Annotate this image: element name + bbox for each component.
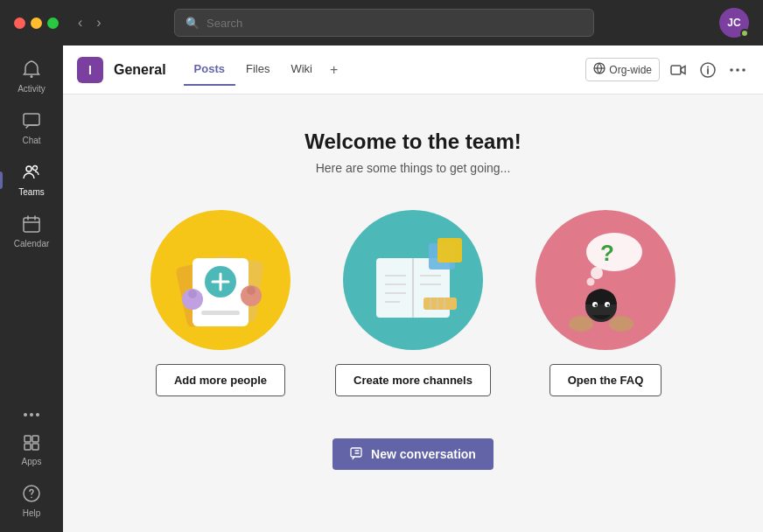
tab-posts[interactable]: Posts	[184, 55, 235, 86]
apps-icon	[23, 434, 40, 454]
svg-text:?: ?	[600, 240, 614, 266]
maximize-button[interactable]	[47, 18, 59, 29]
sidebar-label-apps: Apps	[22, 457, 42, 466]
sidebar-label-help: Help	[23, 508, 41, 518]
channel-header: I General Posts Files Wiki +	[63, 46, 763, 94]
svg-point-51	[609, 316, 634, 332]
teams-icon	[22, 163, 41, 185]
org-wide-icon	[593, 62, 606, 77]
svg-rect-37	[424, 298, 457, 310]
team-icon: I	[77, 57, 103, 83]
new-conversation-button[interactable]: New conversation	[332, 438, 494, 470]
back-button[interactable]: ‹	[73, 13, 88, 32]
more-options[interactable]	[0, 406, 63, 424]
create-channels-button[interactable]: Create more channels	[335, 364, 491, 396]
dot1	[24, 413, 27, 416]
activity-icon	[22, 60, 41, 81]
svg-rect-6	[32, 436, 38, 442]
help-icon	[22, 484, 41, 506]
dot2	[30, 413, 33, 416]
welcome-title: Welcome to the team!	[304, 130, 522, 154]
org-wide-label: Org-wide	[609, 64, 652, 76]
svg-point-48	[595, 304, 598, 307]
action-cards: Add more people	[133, 210, 693, 396]
open-faq-illustration: ?	[536, 210, 676, 350]
add-people-illustration	[150, 210, 290, 350]
add-tab-button[interactable]: +	[323, 55, 345, 85]
add-people-card: Add more people	[133, 210, 308, 396]
sidebar-label-activity: Activity	[18, 84, 46, 94]
svg-point-49	[607, 304, 610, 307]
svg-rect-7	[24, 444, 31, 450]
compose-icon	[350, 447, 364, 461]
svg-rect-52	[351, 448, 361, 457]
svg-rect-5	[24, 436, 31, 442]
svg-point-43	[587, 278, 595, 286]
traffic-lights	[14, 18, 59, 29]
new-conversation-label: New conversation	[371, 447, 476, 461]
svg-point-0	[31, 75, 33, 78]
content-area: I General Posts Files Wiki +	[63, 46, 763, 532]
svg-point-17	[742, 68, 746, 72]
video-call-button[interactable]	[667, 60, 690, 80]
titlebar: ‹ › 🔍 JC	[0, 0, 763, 46]
sidebar-item-chat[interactable]: Chat	[0, 104, 63, 152]
sidebar-item-help[interactable]: Help	[0, 477, 63, 525]
dot3	[36, 413, 39, 416]
channel-name: General	[114, 62, 166, 78]
svg-rect-22	[201, 311, 240, 315]
svg-point-50	[569, 316, 593, 332]
main-content: Welcome to the team! Here are some thing…	[63, 94, 763, 532]
sidebar-label-calendar: Calendar	[14, 239, 50, 248]
open-faq-button[interactable]: Open the FAQ	[550, 364, 662, 396]
search-bar[interactable]: 🔍	[174, 9, 594, 37]
avatar[interactable]: JC	[719, 8, 749, 38]
nav-buttons: ‹ ›	[73, 13, 107, 32]
svg-point-10	[31, 497, 32, 499]
search-icon: 🔍	[186, 17, 200, 30]
svg-point-26	[247, 286, 256, 295]
svg-point-3	[33, 166, 38, 171]
svg-point-41	[586, 233, 642, 271]
forward-button[interactable]: ›	[91, 13, 106, 32]
info-button[interactable]	[696, 59, 719, 81]
minimize-button[interactable]	[31, 18, 42, 29]
add-people-button[interactable]: Add more people	[156, 364, 285, 396]
tab-wiki[interactable]: Wiki	[280, 55, 323, 86]
svg-rect-8	[32, 444, 38, 450]
channel-header-actions: Org-wide	[585, 58, 749, 81]
app-body: Activity Chat Teams	[0, 46, 763, 532]
svg-point-14	[707, 66, 709, 67]
svg-rect-4	[24, 218, 39, 232]
sidebar-item-activity[interactable]: Activity	[0, 52, 63, 101]
sidebar-item-calendar[interactable]: Calendar	[0, 207, 63, 256]
sidebar-label-chat: Chat	[22, 136, 40, 145]
svg-point-15	[730, 68, 733, 72]
search-input[interactable]	[206, 17, 583, 30]
sidebar-label-teams: Teams	[18, 187, 44, 197]
sidebar-item-teams[interactable]: Teams	[0, 156, 63, 204]
avatar-status-dot	[740, 29, 749, 38]
sidebar: Activity Chat Teams	[0, 46, 63, 532]
svg-point-24	[188, 290, 197, 298]
open-faq-card: ?	[518, 210, 693, 396]
close-button[interactable]	[14, 18, 25, 29]
create-channels-card: Create more channels	[326, 210, 500, 396]
create-channels-illustration	[343, 210, 483, 350]
svg-point-16	[736, 68, 739, 72]
avatar-initials: JC	[727, 17, 740, 29]
svg-rect-36	[438, 238, 462, 262]
channel-tabs: Posts Files Wiki +	[184, 55, 346, 85]
more-actions-button[interactable]	[726, 65, 749, 75]
org-wide-badge[interactable]: Org-wide	[585, 58, 660, 81]
sidebar-item-apps[interactable]: Apps	[0, 427, 63, 473]
svg-rect-12	[671, 66, 681, 74]
svg-point-2	[26, 166, 32, 172]
welcome-subtitle: Here are some things to get going...	[316, 161, 511, 175]
chat-icon	[22, 111, 41, 133]
calendar-icon	[22, 214, 41, 236]
tab-files[interactable]: Files	[235, 55, 280, 86]
svg-point-42	[591, 267, 603, 279]
svg-rect-1	[24, 114, 39, 125]
